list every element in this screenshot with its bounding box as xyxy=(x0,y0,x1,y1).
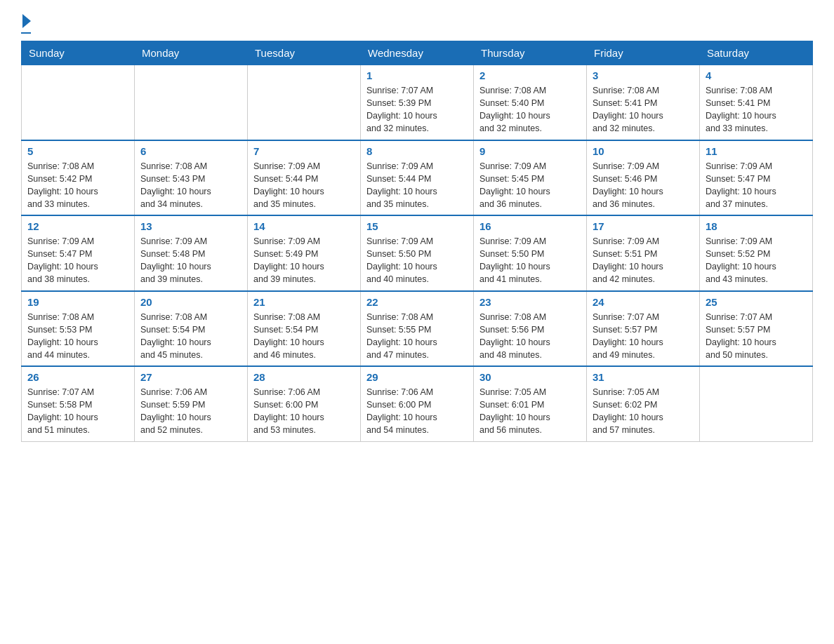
day-info: Sunrise: 7:05 AM Sunset: 6:02 PM Dayligh… xyxy=(593,386,694,437)
day-number: 7 xyxy=(253,145,355,157)
calendar-day-cell: 16Sunrise: 7:09 AM Sunset: 5:50 PM Dayli… xyxy=(474,215,587,291)
day-number: 13 xyxy=(140,220,241,232)
day-info: Sunrise: 7:09 AM Sunset: 5:44 PM Dayligh… xyxy=(253,160,355,211)
day-number: 28 xyxy=(253,371,355,383)
day-info: Sunrise: 7:08 AM Sunset: 5:41 PM Dayligh… xyxy=(706,84,807,135)
calendar-day-cell: 7Sunrise: 7:09 AM Sunset: 5:44 PM Daylig… xyxy=(248,140,361,216)
calendar-day-cell: 1Sunrise: 7:07 AM Sunset: 5:39 PM Daylig… xyxy=(361,65,474,140)
day-info: Sunrise: 7:08 AM Sunset: 5:53 PM Dayligh… xyxy=(27,311,128,362)
calendar-day-cell: 10Sunrise: 7:09 AM Sunset: 5:46 PM Dayli… xyxy=(587,140,700,216)
day-number: 18 xyxy=(706,220,807,232)
calendar-day-cell: 26Sunrise: 7:07 AM Sunset: 5:58 PM Dayli… xyxy=(22,366,135,441)
calendar-header-row: SundayMondayTuesdayWednesdayThursdayFrid… xyxy=(22,41,813,65)
day-number: 24 xyxy=(593,296,694,308)
day-number: 15 xyxy=(366,220,468,232)
day-number: 27 xyxy=(140,371,241,383)
calendar-day-cell: 19Sunrise: 7:08 AM Sunset: 5:53 PM Dayli… xyxy=(22,291,135,367)
calendar-week-row: 19Sunrise: 7:08 AM Sunset: 5:53 PM Dayli… xyxy=(22,291,813,367)
calendar-week-row: 12Sunrise: 7:09 AM Sunset: 5:47 PM Dayli… xyxy=(22,215,813,291)
calendar-day-cell: 23Sunrise: 7:08 AM Sunset: 5:56 PM Dayli… xyxy=(474,291,587,367)
day-number: 11 xyxy=(706,145,807,157)
calendar-day-cell: 9Sunrise: 7:09 AM Sunset: 5:45 PM Daylig… xyxy=(474,140,587,216)
calendar-day-cell xyxy=(248,65,361,140)
weekday-header-sunday: Sunday xyxy=(22,41,135,65)
day-number: 25 xyxy=(706,296,807,308)
day-info: Sunrise: 7:06 AM Sunset: 6:00 PM Dayligh… xyxy=(253,386,355,437)
day-info: Sunrise: 7:09 AM Sunset: 5:44 PM Dayligh… xyxy=(366,160,468,211)
day-info: Sunrise: 7:08 AM Sunset: 5:42 PM Dayligh… xyxy=(27,160,128,211)
day-info: Sunrise: 7:09 AM Sunset: 5:46 PM Dayligh… xyxy=(593,160,694,211)
calendar-week-row: 5Sunrise: 7:08 AM Sunset: 5:42 PM Daylig… xyxy=(22,140,813,216)
day-info: Sunrise: 7:08 AM Sunset: 5:55 PM Dayligh… xyxy=(366,311,468,362)
calendar-day-cell: 27Sunrise: 7:06 AM Sunset: 5:59 PM Dayli… xyxy=(135,366,248,441)
day-info: Sunrise: 7:08 AM Sunset: 5:56 PM Dayligh… xyxy=(479,311,581,362)
day-number: 4 xyxy=(706,69,807,81)
calendar-day-cell: 29Sunrise: 7:06 AM Sunset: 6:00 PM Dayli… xyxy=(361,366,474,441)
day-number: 19 xyxy=(27,296,128,308)
day-number: 21 xyxy=(253,296,355,308)
day-number: 2 xyxy=(479,69,581,81)
day-info: Sunrise: 7:08 AM Sunset: 5:54 PM Dayligh… xyxy=(140,311,241,362)
page-header xyxy=(21,14,813,34)
calendar-day-cell: 24Sunrise: 7:07 AM Sunset: 5:57 PM Dayli… xyxy=(587,291,700,367)
calendar-day-cell: 21Sunrise: 7:08 AM Sunset: 5:54 PM Dayli… xyxy=(248,291,361,367)
day-number: 26 xyxy=(27,371,128,383)
day-number: 8 xyxy=(366,145,468,157)
calendar-day-cell: 22Sunrise: 7:08 AM Sunset: 5:55 PM Dayli… xyxy=(361,291,474,367)
calendar-day-cell: 28Sunrise: 7:06 AM Sunset: 6:00 PM Dayli… xyxy=(248,366,361,441)
day-info: Sunrise: 7:07 AM Sunset: 5:57 PM Dayligh… xyxy=(593,311,694,362)
day-number: 20 xyxy=(140,296,241,308)
day-number: 30 xyxy=(479,371,581,383)
calendar-day-cell: 4Sunrise: 7:08 AM Sunset: 5:41 PM Daylig… xyxy=(700,65,813,140)
weekday-header-wednesday: Wednesday xyxy=(361,41,474,65)
day-info: Sunrise: 7:09 AM Sunset: 5:48 PM Dayligh… xyxy=(140,235,241,286)
logo-underline xyxy=(21,32,31,34)
calendar-day-cell: 15Sunrise: 7:09 AM Sunset: 5:50 PM Dayli… xyxy=(361,215,474,291)
day-number: 10 xyxy=(593,145,694,157)
calendar-day-cell: 20Sunrise: 7:08 AM Sunset: 5:54 PM Dayli… xyxy=(135,291,248,367)
day-info: Sunrise: 7:07 AM Sunset: 5:57 PM Dayligh… xyxy=(706,311,807,362)
day-number: 1 xyxy=(366,69,468,81)
calendar-day-cell: 8Sunrise: 7:09 AM Sunset: 5:44 PM Daylig… xyxy=(361,140,474,216)
day-info: Sunrise: 7:08 AM Sunset: 5:41 PM Dayligh… xyxy=(593,84,694,135)
day-info: Sunrise: 7:09 AM Sunset: 5:49 PM Dayligh… xyxy=(253,235,355,286)
day-info: Sunrise: 7:07 AM Sunset: 5:39 PM Dayligh… xyxy=(366,84,468,135)
day-number: 31 xyxy=(593,371,694,383)
calendar-day-cell: 2Sunrise: 7:08 AM Sunset: 5:40 PM Daylig… xyxy=(474,65,587,140)
day-info: Sunrise: 7:08 AM Sunset: 5:54 PM Dayligh… xyxy=(253,311,355,362)
calendar-day-cell: 13Sunrise: 7:09 AM Sunset: 5:48 PM Dayli… xyxy=(135,215,248,291)
calendar-day-cell: 14Sunrise: 7:09 AM Sunset: 5:49 PM Dayli… xyxy=(248,215,361,291)
day-number: 29 xyxy=(366,371,468,383)
day-info: Sunrise: 7:09 AM Sunset: 5:51 PM Dayligh… xyxy=(593,235,694,286)
day-info: Sunrise: 7:05 AM Sunset: 6:01 PM Dayligh… xyxy=(479,386,581,437)
day-number: 5 xyxy=(27,145,128,157)
day-number: 23 xyxy=(479,296,581,308)
day-info: Sunrise: 7:08 AM Sunset: 5:43 PM Dayligh… xyxy=(140,160,241,211)
weekday-header-thursday: Thursday xyxy=(474,41,587,65)
calendar-day-cell xyxy=(135,65,248,140)
day-info: Sunrise: 7:06 AM Sunset: 5:59 PM Dayligh… xyxy=(140,386,241,437)
calendar-day-cell: 3Sunrise: 7:08 AM Sunset: 5:41 PM Daylig… xyxy=(587,65,700,140)
calendar-day-cell xyxy=(700,366,813,441)
calendar-day-cell: 6Sunrise: 7:08 AM Sunset: 5:43 PM Daylig… xyxy=(135,140,248,216)
day-info: Sunrise: 7:09 AM Sunset: 5:47 PM Dayligh… xyxy=(27,235,128,286)
day-info: Sunrise: 7:09 AM Sunset: 5:47 PM Dayligh… xyxy=(706,160,807,211)
day-info: Sunrise: 7:09 AM Sunset: 5:52 PM Dayligh… xyxy=(706,235,807,286)
calendar-day-cell: 5Sunrise: 7:08 AM Sunset: 5:42 PM Daylig… xyxy=(22,140,135,216)
day-number: 14 xyxy=(253,220,355,232)
day-info: Sunrise: 7:07 AM Sunset: 5:58 PM Dayligh… xyxy=(27,386,128,437)
day-number: 6 xyxy=(140,145,241,157)
calendar-day-cell: 30Sunrise: 7:05 AM Sunset: 6:01 PM Dayli… xyxy=(474,366,587,441)
weekday-header-saturday: Saturday xyxy=(700,41,813,65)
day-number: 17 xyxy=(593,220,694,232)
day-info: Sunrise: 7:08 AM Sunset: 5:40 PM Dayligh… xyxy=(479,84,581,135)
day-info: Sunrise: 7:06 AM Sunset: 6:00 PM Dayligh… xyxy=(366,386,468,437)
calendar-table: SundayMondayTuesdayWednesdayThursdayFrid… xyxy=(21,41,813,442)
logo-arrow-icon xyxy=(22,14,31,28)
calendar-day-cell: 11Sunrise: 7:09 AM Sunset: 5:47 PM Dayli… xyxy=(700,140,813,216)
day-number: 16 xyxy=(479,220,581,232)
weekday-header-monday: Monday xyxy=(135,41,248,65)
calendar-day-cell: 25Sunrise: 7:07 AM Sunset: 5:57 PM Dayli… xyxy=(700,291,813,367)
day-info: Sunrise: 7:09 AM Sunset: 5:50 PM Dayligh… xyxy=(479,235,581,286)
day-number: 9 xyxy=(479,145,581,157)
